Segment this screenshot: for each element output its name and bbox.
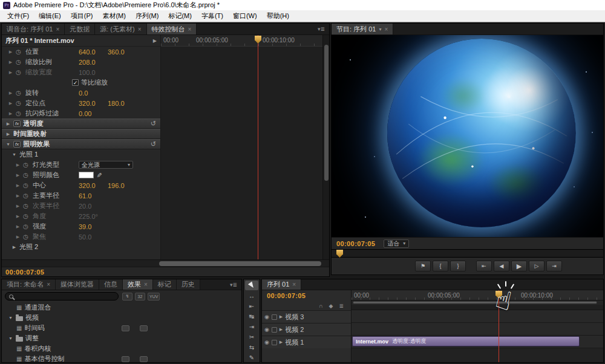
- track-output-icon[interactable]: ◉: [264, 314, 269, 320]
- expander-icon[interactable]: ▶: [15, 235, 21, 239]
- effect-timeline-ruler[interactable]: 00:00 00:00:05:00 00:00:10:00: [161, 35, 322, 47]
- expander-icon[interactable]: ▶: [11, 245, 17, 250]
- razor-tool[interactable]: ✂: [245, 332, 258, 342]
- track-lock-icon[interactable]: [272, 327, 277, 333]
- checkbox[interactable]: ✓: [72, 79, 79, 86]
- menu-item[interactable]: 窗口(W): [228, 10, 262, 22]
- show-timeline-view-icon[interactable]: ▶: [153, 38, 157, 44]
- menu-item[interactable]: 项目(P): [66, 10, 98, 22]
- param-value[interactable]: 0.0: [79, 89, 105, 97]
- program-monitor-tab[interactable]: 节目: 序列 01 ▾ ×: [332, 24, 393, 34]
- expander-icon[interactable]: ▶: [15, 224, 21, 229]
- panel-menu-icon[interactable]: ▾≣: [226, 279, 241, 290]
- close-icon[interactable]: ×: [292, 281, 296, 288]
- expander-icon[interactable]: ▶: [15, 163, 21, 167]
- mark-out-button[interactable]: }: [450, 261, 466, 271]
- expander-icon[interactable]: ▶: [8, 111, 13, 116]
- timeline-clip[interactable]: Internet.mov透明度:透明度: [352, 336, 580, 346]
- stopwatch-icon[interactable]: ◷: [16, 49, 23, 55]
- param-value[interactable]: 320.0: [79, 182, 105, 189]
- slip-tool[interactable]: ⇆: [245, 342, 258, 352]
- timeline-tab[interactable]: 序列 01 ×: [262, 279, 301, 290]
- close-icon[interactable]: ×: [384, 26, 388, 33]
- effect-controls-tab[interactable]: 源: (无素材)×: [95, 24, 146, 34]
- param-value[interactable]: 640.0: [79, 48, 105, 56]
- param-value[interactable]: 180.0: [108, 100, 134, 107]
- close-icon[interactable]: ×: [138, 26, 142, 33]
- track-lock-icon[interactable]: [272, 340, 277, 345]
- close-icon[interactable]: ×: [188, 26, 192, 33]
- effects-folder-row[interactable]: ▼调整: [2, 333, 241, 343]
- step-back-button[interactable]: ◀: [494, 261, 509, 271]
- light-type-dropdown[interactable]: 全光源▾: [79, 161, 133, 169]
- effects-panel-tab[interactable]: 历史: [177, 279, 200, 290]
- stopwatch-icon[interactable]: ◷: [23, 234, 30, 240]
- effects-panel-tab[interactable]: 信息: [99, 279, 123, 290]
- param-value[interactable]: 208.0: [79, 59, 105, 66]
- param-value[interactable]: 61.0: [79, 192, 105, 200]
- stopwatch-icon[interactable]: ◷: [23, 203, 30, 209]
- menu-item[interactable]: 字幕(T): [197, 10, 228, 22]
- expander-icon[interactable]: ▼: [11, 152, 17, 157]
- effects-search-box[interactable]: [5, 292, 119, 301]
- go-to-out-button[interactable]: ⇥: [546, 261, 562, 271]
- track-lock-icon[interactable]: [272, 314, 277, 320]
- expander-icon[interactable]: ▶: [280, 340, 283, 345]
- play-button[interactable]: ▶: [511, 261, 527, 271]
- stopwatch-icon[interactable]: ◷: [16, 111, 23, 117]
- stopwatch-icon[interactable]: ◷: [16, 59, 23, 65]
- expander-icon[interactable]: ▶: [8, 50, 13, 54]
- reset-icon[interactable]: ↺: [151, 120, 156, 128]
- param-value[interactable]: 39.0: [79, 223, 105, 230]
- expander-icon[interactable]: ▶: [8, 70, 13, 75]
- track-output-icon[interactable]: ◉: [264, 327, 269, 333]
- track-lane[interactable]: [352, 310, 603, 323]
- expander-icon[interactable]: ▼: [5, 142, 11, 146]
- close-icon[interactable]: ×: [47, 281, 50, 288]
- stopwatch-icon[interactable]: ◷: [23, 172, 30, 178]
- mark-in-button[interactable]: {: [433, 261, 448, 271]
- effects-panel-tab[interactable]: 效果×: [123, 279, 153, 290]
- snap-icon[interactable]: ∩: [319, 303, 322, 309]
- playhead-marker-icon[interactable]: [336, 250, 343, 258]
- search-input[interactable]: [16, 293, 114, 300]
- param-value[interactable]: 320.0: [79, 100, 105, 107]
- accelerated-effects-icon[interactable]: ↯: [122, 293, 132, 301]
- go-to-in-button[interactable]: ⇤: [476, 261, 492, 271]
- effects-panel-tab[interactable]: 项目: 未命名×: [2, 279, 56, 290]
- expander-icon[interactable]: ▶: [8, 60, 13, 65]
- expander-icon[interactable]: ▶: [8, 91, 13, 96]
- param-value[interactable]: 0.00: [79, 110, 105, 117]
- stopwatch-icon[interactable]: ◷: [23, 213, 30, 219]
- vertical-scrollbar[interactable]: [322, 35, 329, 259]
- add-marker-icon[interactable]: ◆: [329, 303, 333, 309]
- menu-item[interactable]: 文件(F): [2, 10, 34, 22]
- close-icon[interactable]: ×: [144, 281, 148, 288]
- chevron-down-icon[interactable]: ▾: [379, 27, 381, 32]
- pen-tool[interactable]: ✎: [245, 353, 258, 362]
- effect-item-row[interactable]: ▦卷积内核: [2, 343, 241, 354]
- expander-icon[interactable]: ▶: [15, 183, 21, 188]
- scrollbar-thumb[interactable]: [324, 45, 329, 181]
- expander-icon[interactable]: ▶: [5, 132, 11, 137]
- effects-folder-row[interactable]: ▼视频: [2, 313, 241, 323]
- close-icon[interactable]: ×: [56, 26, 59, 33]
- panel-menu-icon[interactable]: ▾≣: [313, 24, 329, 34]
- expander-icon[interactable]: ▶: [15, 193, 21, 198]
- effect-group-row[interactable]: ▶光照 2: [2, 242, 160, 252]
- effect-item-row[interactable]: ▦基本信号控制: [2, 354, 241, 363]
- program-scrub-bar[interactable]: [332, 249, 603, 258]
- current-timecode[interactable]: 00:00:07:05: [5, 268, 44, 276]
- stopwatch-icon[interactable]: ◷: [16, 100, 23, 106]
- add-marker-button[interactable]: ⚑: [415, 261, 431, 271]
- effect-section-row[interactable]: ▶fx透明度↺: [2, 119, 160, 129]
- effect-controls-tab[interactable]: 特效控制台×: [147, 24, 197, 34]
- expander-icon[interactable]: ▼: [8, 316, 13, 320]
- expander-icon[interactable]: ▶: [15, 204, 21, 209]
- param-value[interactable]: 360.0: [108, 48, 134, 56]
- color-swatch[interactable]: [79, 172, 94, 178]
- timeline-timecode[interactable]: 00:00:07:05: [267, 292, 306, 299]
- menu-item[interactable]: 标记(M): [163, 10, 197, 22]
- expander-icon[interactable]: ▶: [8, 101, 13, 106]
- selection-tool[interactable]: [245, 281, 258, 290]
